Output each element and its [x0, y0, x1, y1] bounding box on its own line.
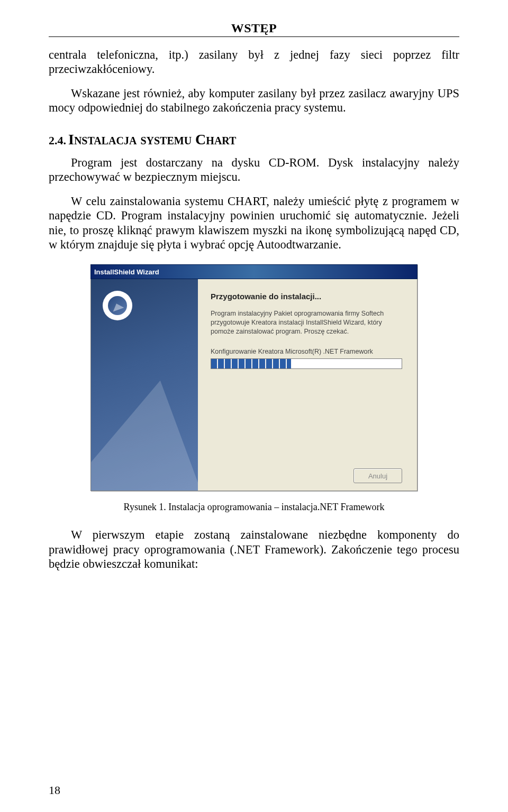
- paragraph-3: Program jest dostarczany na dysku CD-ROM…: [49, 155, 459, 184]
- paragraph-1-text: centrala telefoniczna, itp.) zasilany by…: [49, 48, 459, 76]
- figure-caption: Rysunek 1. Instalacja oprogramowania – i…: [49, 502, 459, 513]
- dialog-button-row: Anuluj: [211, 463, 402, 483]
- paragraph-2: Wskazane jest również, aby komputer zasi…: [49, 86, 459, 115]
- figure-installer: InstallShield Wizard Przygotowanie do in…: [49, 264, 459, 491]
- dialog-heading: Przygotowanie do instalacji...: [211, 292, 402, 301]
- paragraph-4: W celu zainstalowania systemu CHART, nal…: [49, 194, 459, 252]
- dialog-body: Przygotowanie do instalacji... Program i…: [90, 279, 418, 491]
- section-number: 2.4.: [49, 134, 66, 147]
- paragraph-5: W pierwszym etapie zostaną zainstalowane…: [49, 528, 459, 571]
- cancel-button-label: Anuluj: [368, 472, 387, 480]
- dialog-description: Program instalacyjny Pakiet oprogramowan…: [211, 309, 402, 336]
- paragraph-4-text: W celu zainstalowania systemu CHART, nal…: [49, 195, 459, 251]
- dialog-content: Przygotowanie do instalacji... Program i…: [198, 279, 417, 491]
- section-heading: 2.4. Instalacja systemu Chart: [49, 131, 459, 148]
- paragraph-2-text: Wskazane jest również, aby komputer zasi…: [49, 87, 459, 114]
- progress-fill: [211, 359, 291, 368]
- installer-dialog: InstallShield Wizard Przygotowanie do in…: [90, 264, 418, 491]
- dialog-status: Konfigurowanie Kreatora Microsoft(R) .NE…: [211, 348, 402, 355]
- header-rule: [49, 36, 459, 37]
- installshield-icon: [103, 291, 132, 320]
- dialog-sidebar-graphic: [91, 279, 198, 491]
- page-number: 18: [49, 783, 60, 797]
- dialog-title: InstallShield Wizard: [94, 268, 159, 276]
- cancel-button[interactable]: Anuluj: [353, 468, 402, 483]
- dialog-titlebar[interactable]: InstallShield Wizard: [90, 264, 418, 279]
- progress-bar: [211, 358, 402, 369]
- page-header: WSTĘP: [49, 21, 459, 35]
- paragraph-3-text: Program jest dostarczany na dysku CD-ROM…: [49, 156, 459, 183]
- section-title: Instalacja systemu Chart: [68, 131, 236, 147]
- paragraph-5-text: W pierwszym etapie zostaną zainstalowane…: [49, 528, 459, 570]
- paragraph-1: centrala telefoniczna, itp.) zasilany by…: [49, 48, 459, 77]
